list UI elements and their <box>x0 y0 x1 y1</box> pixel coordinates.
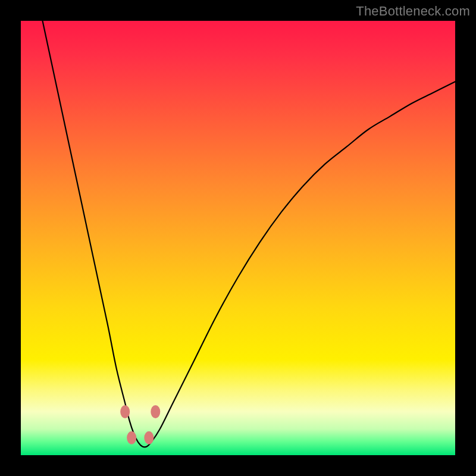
marker-right-lower <box>144 431 154 444</box>
marker-right-upper <box>151 405 160 418</box>
marker-left-upper <box>120 405 130 418</box>
plot-area <box>21 21 455 455</box>
bottleneck-curve <box>43 21 456 447</box>
marker-left-lower <box>127 431 136 444</box>
chart-svg <box>21 21 455 455</box>
watermark-text: TheBottleneck.com <box>356 4 470 19</box>
chart-frame: TheBottleneck.com <box>0 0 476 476</box>
